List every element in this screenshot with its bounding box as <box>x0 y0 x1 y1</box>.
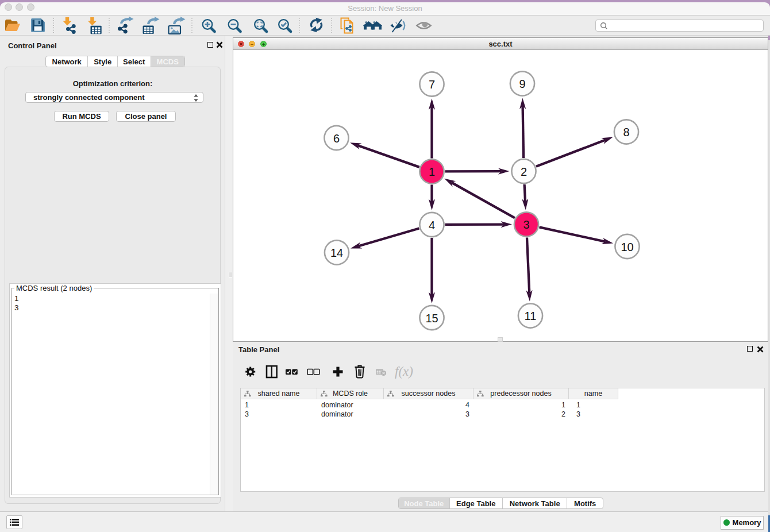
svg-text:4: 4 <box>429 219 435 232</box>
svg-text:14: 14 <box>330 246 343 259</box>
svg-text:9: 9 <box>519 78 525 90</box>
svg-text:8: 8 <box>623 126 629 138</box>
svg-text:7: 7 <box>429 78 435 91</box>
svg-text:6: 6 <box>333 132 340 145</box>
svg-text:2: 2 <box>521 165 527 178</box>
svg-text:1: 1 <box>429 165 435 178</box>
svg-text:f(x): f(x) <box>395 364 413 379</box>
svg-text:15: 15 <box>425 312 438 325</box>
svg-text:3: 3 <box>523 218 529 231</box>
svg-text:10: 10 <box>621 241 633 253</box>
svg-text:11: 11 <box>525 310 537 322</box>
